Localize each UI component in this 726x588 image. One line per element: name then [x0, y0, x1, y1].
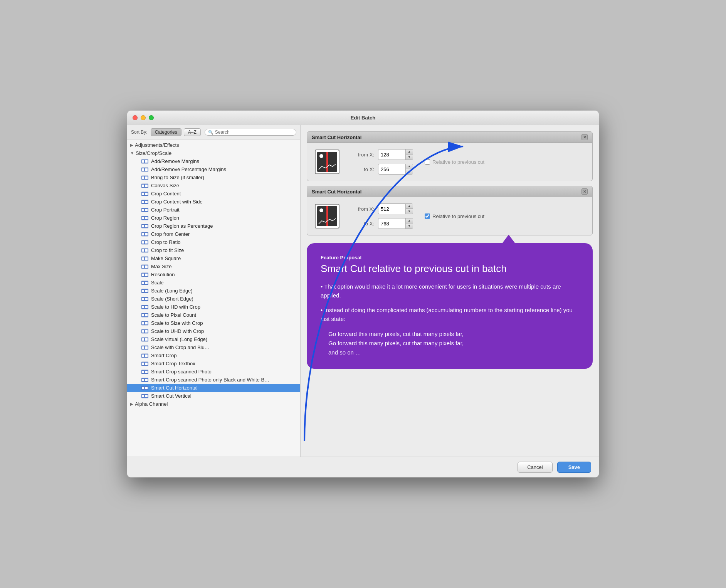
- svg-rect-25: [142, 225, 144, 227]
- panel2-to-x-down[interactable]: ▼: [406, 223, 413, 228]
- maximize-button[interactable]: [149, 115, 154, 120]
- person-circle-icon: [319, 154, 323, 158]
- panel2-from-x-label: from X:: [351, 206, 374, 212]
- svg-rect-89: [145, 395, 148, 397]
- smart-cut-panel-1: Smart Cut Horizontal ✕: [307, 131, 593, 181]
- item-crop-region-pct[interactable]: Crop Region as Percentage: [127, 222, 300, 230]
- panel1-title: Smart Cut Horizontal: [312, 134, 361, 140]
- panel2-to-x-up[interactable]: ▲: [406, 218, 413, 223]
- panel1-to-x-input[interactable]: [378, 165, 405, 173]
- search-bar[interactable]: 🔍: [205, 129, 296, 136]
- item-add-remove-pct-margins[interactable]: Add/Remove Percentage Margins: [127, 165, 300, 173]
- panel2-to-x-label: to X:: [351, 221, 374, 227]
- svg-rect-31: [142, 241, 144, 244]
- item-crop-to-fit-size[interactable]: Crop to fit Size: [127, 246, 300, 254]
- panel2-from-x-input-group: ▲ ▼: [378, 203, 413, 214]
- cancel-button[interactable]: Cancel: [518, 462, 552, 473]
- item-scale-long-edge[interactable]: Scale (Long Edge): [127, 287, 300, 295]
- item-add-remove-margins[interactable]: Add/Remove Margins: [127, 157, 300, 165]
- item-crop-content-side[interactable]: Crop Content with Side: [127, 198, 300, 206]
- item-scale-virtual-long[interactable]: Scale virtual (Long Edge): [127, 335, 300, 343]
- panel1-fields: from X: ▲ ▼ to X:: [351, 149, 413, 175]
- panel2-from-x-input[interactable]: [378, 205, 405, 213]
- item-scale-crop-blur[interactable]: Scale with Crop and Blu…: [127, 343, 300, 351]
- item-smart-crop-scanned-bw[interactable]: Smart Crop scanned Photo only Black and …: [127, 376, 300, 384]
- item-icon-11: [141, 240, 149, 245]
- panel1-from-x-row: from X: ▲ ▼: [351, 149, 413, 160]
- item-icon-28: [141, 377, 149, 383]
- item-crop-from-center[interactable]: Crop from Center: [127, 230, 300, 238]
- panel1-from-x-down[interactable]: ▼: [406, 155, 413, 160]
- main-window: Edit Batch Sort By: Categories A–Z 🔍 Adj…: [127, 111, 599, 477]
- panel1-to-x-down[interactable]: ▼: [406, 169, 413, 174]
- item-scale-hd-crop[interactable]: Scale to HD with Crop: [127, 303, 300, 311]
- item-smart-cut-horizontal[interactable]: Smart Cut Horizontal: [127, 384, 300, 392]
- panel2-fields: from X: ▲ ▼ to X:: [351, 203, 413, 229]
- item-max-size[interactable]: Max Size: [127, 262, 300, 270]
- item-crop-to-ratio[interactable]: Crop to Ratio: [127, 238, 300, 246]
- item-icon-4: [141, 183, 149, 188]
- item-smart-crop[interactable]: Smart Crop: [127, 351, 300, 360]
- panel1-to-x-up[interactable]: ▲: [406, 164, 413, 169]
- svg-rect-80: [145, 371, 148, 373]
- panel2-to-x-input[interactable]: [378, 220, 405, 228]
- item-smart-cut-vertical[interactable]: Smart Cut Vertical: [127, 392, 300, 400]
- item-scale-pixel-count[interactable]: Scale to Pixel Count: [127, 311, 300, 319]
- section-size-label: Size/Crop/Scale: [136, 150, 171, 156]
- item-scale-uhd-crop[interactable]: Scale to UHD with Crop: [127, 327, 300, 335]
- panel1-from-x-up[interactable]: ▲: [406, 150, 413, 155]
- panel2-from-x-down[interactable]: ▼: [406, 209, 413, 214]
- svg-rect-82: [142, 379, 144, 381]
- item-icon-23: [141, 337, 149, 342]
- svg-rect-19: [142, 209, 144, 211]
- svg-rect-83: [145, 379, 148, 381]
- close-button[interactable]: [133, 115, 138, 120]
- panel1-close-button[interactable]: ✕: [581, 134, 588, 140]
- section-adjustments[interactable]: Adjustments/Effects: [127, 141, 300, 149]
- item-scale[interactable]: Scale: [127, 279, 300, 287]
- item-crop-portrait[interactable]: Crop Portrait: [127, 206, 300, 214]
- svg-rect-76: [142, 363, 144, 365]
- item-icon-25: [141, 353, 149, 358]
- panel1-checkbox[interactable]: [425, 159, 430, 165]
- item-make-square[interactable]: Make Square: [127, 254, 300, 262]
- minimize-button[interactable]: [141, 115, 146, 120]
- sort-bar: Sort By: Categories A–Z 🔍: [127, 125, 300, 139]
- panel1-from-x-input[interactable]: [378, 151, 405, 159]
- item-resolution[interactable]: Resolution: [127, 270, 300, 279]
- panel2-from-x-up[interactable]: ▲: [406, 204, 413, 209]
- panel1-checkbox-group: Relative to previous cut: [425, 159, 484, 165]
- svg-rect-86: [145, 387, 148, 389]
- item-scale-short-edge[interactable]: Scale (Short Edge): [127, 295, 300, 303]
- save-button[interactable]: Save: [557, 462, 591, 473]
- item-smart-crop-scanned-photo[interactable]: Smart Crop scanned Photo: [127, 368, 300, 376]
- item-bring-to-size[interactable]: Bring to Size (if smaller): [127, 173, 300, 181]
- tree-container: Adjustments/Effects Size/Crop/Scale Add/…: [127, 139, 300, 457]
- panel2-close-button[interactable]: ✕: [581, 188, 588, 195]
- section-size-crop-scale[interactable]: Size/Crop/Scale: [127, 149, 300, 157]
- panel2-checkbox[interactable]: [425, 213, 430, 219]
- item-scale-size-crop[interactable]: Scale to Size with Crop: [127, 319, 300, 327]
- svg-rect-17: [145, 201, 148, 203]
- bubble-bullet1: • That option would make it a lot more c…: [321, 282, 579, 300]
- panel1-from-x-label: from X:: [351, 152, 374, 158]
- item-smart-crop-textbox[interactable]: Smart Crop Textbox: [127, 360, 300, 368]
- search-input[interactable]: [215, 129, 293, 135]
- sort-az-button[interactable]: A–Z: [184, 128, 201, 136]
- panel2-checkbox-label: Relative to previous cut: [432, 213, 484, 219]
- main-content: Sort By: Categories A–Z 🔍 Adjustments/Ef…: [127, 125, 599, 457]
- svg-rect-11: [145, 185, 148, 187]
- item-icon-12: [141, 248, 149, 253]
- item-crop-content[interactable]: Crop Content: [127, 190, 300, 198]
- item-canvas-size[interactable]: Canvas Size: [127, 181, 300, 190]
- sort-categories-button[interactable]: Categories: [151, 128, 182, 136]
- section-alpha-channel[interactable]: Alpha Channel: [127, 400, 300, 408]
- item-crop-region[interactable]: Crop Region: [127, 214, 300, 222]
- item-icon-27: [141, 369, 149, 375]
- svg-rect-37: [142, 257, 144, 260]
- svg-rect-50: [145, 290, 148, 292]
- svg-rect-55: [142, 306, 144, 308]
- item-icon-21: [141, 321, 149, 326]
- smart-cut-panel-2: Smart Cut Horizontal ✕: [307, 186, 593, 235]
- item-icon-24: [141, 345, 149, 350]
